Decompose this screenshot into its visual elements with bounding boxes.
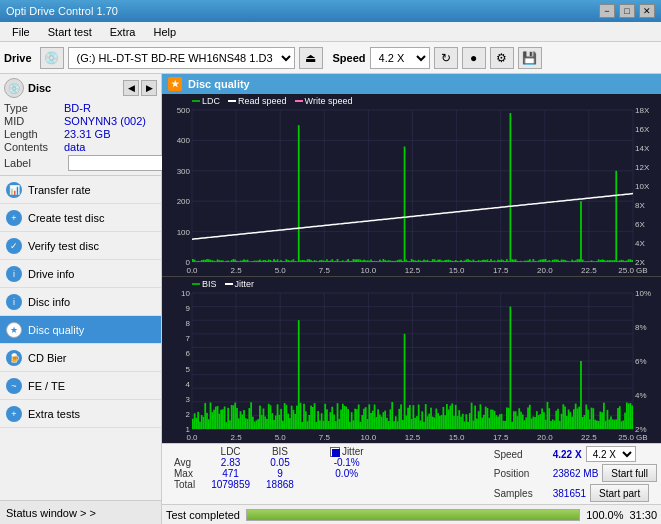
stats-ldc-header: LDC — [203, 446, 258, 457]
ldc-legend-writespeed-dot — [295, 100, 303, 102]
cd-bier-label: CD Bier — [28, 352, 67, 364]
maximize-button[interactable]: □ — [619, 4, 635, 18]
avg-ldc: 2.83 — [203, 457, 258, 468]
extra-tests-label: Extra tests — [28, 408, 80, 420]
bis-legend-bis-dot — [192, 283, 200, 285]
bis-chart: BIS Jitter — [162, 277, 661, 443]
bis-canvas — [162, 277, 661, 443]
close-button[interactable]: ✕ — [639, 4, 655, 18]
length-key: Length — [4, 128, 64, 140]
sidebar: 💿 Disc ◀ ▶ Type BD-R MID SONYNN3 (002) L… — [0, 74, 162, 524]
sidebar-item-transfer-rate[interactable]: 📊 Transfer rate — [0, 176, 161, 204]
progress-text: Test completed — [166, 509, 240, 521]
jitter-checkbox[interactable] — [330, 447, 340, 457]
ldc-legend-ldc-dot — [192, 100, 200, 102]
cd-bier-icon: 🍺 — [6, 350, 22, 366]
create-test-disc-icon: + — [6, 210, 22, 226]
menubar: File Start test Extra Help — [0, 22, 661, 42]
samples-val: 381651 — [553, 488, 586, 499]
jitter-label: Jitter — [342, 446, 364, 457]
stats-right: Speed 4.22 X 4.2 X Position 23862 MB Sta… — [494, 446, 657, 502]
save-button[interactable]: 💾 — [518, 47, 542, 69]
start-full-button[interactable]: Start full — [602, 464, 657, 482]
sidebar-item-create-test-disc[interactable]: + Create test disc — [0, 204, 161, 232]
menu-start-test[interactable]: Start test — [40, 24, 100, 40]
extra-tests-icon: + — [6, 406, 22, 422]
stats-area: LDC BIS Jitter Avg 2.83 0.05 -0.1 — [162, 443, 661, 504]
sidebar-item-cd-bier[interactable]: 🍺 CD Bier — [0, 344, 161, 372]
speed-stat-selector[interactable]: 4.2 X — [586, 446, 636, 462]
disc-title: Disc — [28, 82, 51, 94]
label-key: Label — [4, 157, 64, 169]
stats-jitter-header: Jitter — [322, 446, 372, 457]
transfer-rate-label: Transfer rate — [28, 184, 91, 196]
start-part-button[interactable]: Start part — [590, 484, 649, 502]
disc-quality-label: Disc quality — [28, 324, 84, 336]
refresh-button[interactable]: ↻ — [434, 47, 458, 69]
titlebar: Opti Drive Control 1.70 − □ ✕ — [0, 0, 661, 22]
stats-table: LDC BIS Jitter Avg 2.83 0.05 -0.1 — [166, 446, 372, 490]
verify-test-disc-icon: ✓ — [6, 238, 22, 254]
sidebar-item-disc-info[interactable]: i Disc info — [0, 288, 161, 316]
contents-key: Contents — [4, 141, 64, 153]
ldc-legend: LDC Read speed Write speed — [192, 96, 352, 106]
disc-quality-header: ★ Disc quality — [162, 74, 661, 94]
progress-bar — [246, 509, 580, 521]
disc-info-icon: i — [6, 294, 22, 310]
main-layout: 💿 Disc ◀ ▶ Type BD-R MID SONYNN3 (002) L… — [0, 74, 661, 524]
minimize-button[interactable]: − — [599, 4, 615, 18]
samples-row: Samples 381651 Start part — [494, 484, 657, 502]
total-ldc: 1079859 — [203, 479, 258, 490]
disc-icon: 💿 — [4, 78, 24, 98]
drive-selector[interactable]: (G:) HL-DT-ST BD-RE WH16NS48 1.D3 — [68, 47, 295, 69]
position-label: Position — [494, 468, 549, 479]
sidebar-item-disc-quality[interactable]: ★ Disc quality — [0, 316, 161, 344]
total-label: Total — [166, 479, 203, 490]
menu-extra[interactable]: Extra — [102, 24, 144, 40]
avg-label: Avg — [166, 457, 203, 468]
disc-next-button[interactable]: ▶ — [141, 80, 157, 96]
bis-legend-jitter-label: Jitter — [235, 279, 255, 289]
drive-icon-button[interactable]: 💿 — [40, 47, 64, 69]
disc-header: 💿 Disc ◀ ▶ — [4, 78, 157, 98]
fe-te-label: FE / TE — [28, 380, 65, 392]
settings-button[interactable]: ⚙ — [490, 47, 514, 69]
disc-quality-title: Disc quality — [188, 78, 250, 90]
mid-val: SONYNN3 (002) — [64, 115, 157, 127]
avg-bis: 0.05 — [258, 457, 302, 468]
sidebar-item-drive-info[interactable]: i Drive info — [0, 260, 161, 288]
disc-prev-button[interactable]: ◀ — [123, 80, 139, 96]
bis-legend-bis-label: BIS — [202, 279, 217, 289]
disc-info-table: Type BD-R MID SONYNN3 (002) Length 23.31… — [4, 102, 157, 171]
samples-label: Samples — [494, 488, 549, 499]
menu-file[interactable]: File — [4, 24, 38, 40]
max-jitter: 0.0% — [322, 468, 372, 479]
sidebar-item-fe-te[interactable]: ~ FE / TE — [0, 372, 161, 400]
bis-legend-jitter: Jitter — [225, 279, 255, 289]
fe-te-icon: ~ — [6, 378, 22, 394]
ldc-legend-ldc-label: LDC — [202, 96, 220, 106]
speed-stat-label: Speed — [494, 449, 549, 460]
ldc-legend-readspeed-label: Read speed — [238, 96, 287, 106]
drive-info-label: Drive info — [28, 268, 74, 280]
type-key: Type — [4, 102, 64, 114]
max-bis: 9 — [258, 468, 302, 479]
speed-row: Speed 4.22 X 4.2 X — [494, 446, 657, 462]
eject-button[interactable]: ⏏ — [299, 47, 323, 69]
menu-help[interactable]: Help — [145, 24, 184, 40]
disc-button[interactable]: ● — [462, 47, 486, 69]
ldc-legend-writespeed: Write speed — [295, 96, 353, 106]
ldc-legend-ldc: LDC — [192, 96, 220, 106]
speed-selector[interactable]: 4.2 X — [370, 47, 430, 69]
sidebar-item-verify-test-disc[interactable]: ✓ Verify test disc — [0, 232, 161, 260]
drive-info-icon: i — [6, 266, 22, 282]
verify-test-disc-label: Verify test disc — [28, 240, 99, 252]
status-window-button[interactable]: Status window > > — [0, 500, 161, 524]
sidebar-item-extra-tests[interactable]: + Extra tests — [0, 400, 161, 428]
total-bis: 18868 — [258, 479, 302, 490]
bis-legend-bis: BIS — [192, 279, 217, 289]
avg-jitter: -0.1% — [322, 457, 372, 468]
disc-quality-icon-header: ★ — [168, 77, 182, 91]
type-val: BD-R — [64, 102, 157, 114]
content-area: ★ Disc quality LDC Read speed — [162, 74, 661, 524]
